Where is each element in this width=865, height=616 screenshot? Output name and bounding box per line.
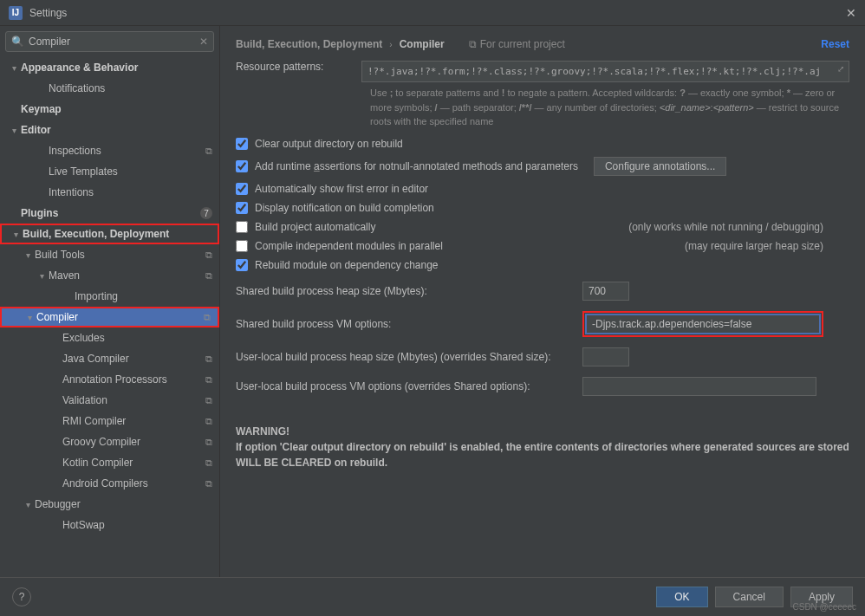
resource-patterns-label: Resource patterns: — [236, 61, 361, 73]
window-title: Settings — [29, 7, 846, 19]
tree-item-label: Annotation Processors — [62, 373, 205, 386]
sidebar: 🔍 ✕ ▾Appearance & BehaviorNotificationsK… — [0, 26, 220, 577]
show-first-error-label: Automatically show first error in editor — [255, 183, 428, 195]
compile-parallel-aside: (may require larger heap size) — [685, 240, 823, 252]
tree-item-label: Intentions — [49, 186, 219, 198]
titlebar: IJ Settings ✕ — [0, 0, 865, 26]
breadcrumb-parent[interactable]: Build, Execution, Deployment — [236, 38, 382, 50]
breadcrumb-current: Compiler — [400, 38, 445, 50]
rebuild-dep-checkbox[interactable] — [236, 259, 248, 271]
chevron-right-icon: › — [389, 40, 392, 49]
tree-item-notifications[interactable]: Notifications — [0, 78, 219, 99]
display-notification-checkbox[interactable] — [236, 202, 248, 214]
ok-button[interactable]: OK — [656, 587, 707, 607]
search-input[interactable] — [5, 31, 214, 52]
tree-item-maven[interactable]: ▾Maven⧉ — [0, 265, 219, 286]
build-auto-checkbox[interactable] — [236, 221, 248, 233]
tree-item-hotswap[interactable]: HotSwap — [0, 515, 219, 535]
help-button[interactable]: ? — [12, 587, 31, 606]
tree-item-kotlin-compiler[interactable]: Kotlin Compiler⧉ — [0, 452, 219, 473]
tree-item-android-compilers[interactable]: Android Compilers⧉ — [0, 473, 219, 494]
cancel-button[interactable]: Cancel — [715, 587, 784, 607]
build-auto-label: Build project automatically — [255, 221, 375, 233]
expand-icon[interactable]: ⤢ — [837, 64, 844, 74]
tree-item-label: Keymap — [21, 103, 219, 115]
tree-item-excludes[interactable]: Excludes — [0, 327, 219, 348]
tree-item-label: HotSwap — [62, 519, 219, 531]
tree-item-label: Inspections — [49, 145, 205, 157]
tree-item-label: Build Tools — [35, 249, 205, 261]
tree-item-label: Groovy Compiler — [62, 436, 205, 448]
for-project-label: ⧉ For current project — [469, 38, 565, 50]
tree-item-java-compiler[interactable]: Java Compiler⧉ — [0, 348, 219, 369]
runtime-assertions-label: Add runtime assertions for notnull-annot… — [255, 160, 578, 172]
copy-icon: ⧉ — [205, 416, 212, 427]
tree-item-compiler[interactable]: ▾Compiler⧉ — [0, 307, 219, 327]
tree-item-annotation-processors[interactable]: Annotation Processors⧉ — [0, 369, 219, 390]
chevron-icon: ▾ — [21, 500, 35, 509]
warning-text: WARNING! If option 'Clear output directo… — [236, 424, 849, 470]
chevron-icon: ▾ — [9, 230, 23, 239]
tree-item-label: Maven — [49, 269, 205, 282]
tree-item-appearance-behavior[interactable]: ▾Appearance & Behavior — [0, 57, 219, 78]
user-heap-input[interactable] — [582, 347, 629, 366]
shared-heap-input[interactable] — [582, 282, 629, 301]
copy-icon: ⧉ — [205, 457, 212, 469]
search-icon: 🔍 — [11, 36, 24, 48]
copy-icon: ⧉ — [205, 146, 212, 157]
tree-item-build-tools[interactable]: ▾Build Tools⧉ — [0, 244, 219, 265]
copy-icon: ⧉ — [205, 374, 212, 386]
reset-link[interactable]: Reset — [821, 38, 849, 50]
tree-item-intentions[interactable]: Intentions — [0, 182, 219, 203]
tree-item-rmi-compiler[interactable]: RMI Compiler⧉ — [0, 411, 219, 431]
chevron-icon: ▾ — [7, 126, 21, 135]
tree-item-plugins[interactable]: Plugins7 — [0, 203, 219, 224]
tree-item-label: Importing — [75, 290, 219, 302]
tree-item-label: Excludes — [62, 332, 219, 344]
tree-item-label: Appearance & Behavior — [21, 62, 219, 74]
shared-heap-label: Shared build process heap size (Mbytes): — [236, 285, 582, 297]
tree-item-keymap[interactable]: Keymap — [0, 99, 219, 120]
highlight-box — [582, 311, 823, 337]
tree-item-label: Build, Execution, Deployment — [23, 228, 218, 240]
tree-item-label: Debugger — [35, 498, 219, 510]
tree-item-label: RMI Compiler — [62, 415, 205, 427]
copy-icon: ⧉ — [469, 38, 477, 50]
tree-item-importing[interactable]: Importing — [0, 286, 219, 307]
display-notification-label: Display notification on build completion — [255, 202, 434, 214]
app-icon: IJ — [9, 6, 23, 20]
shared-vm-label: Shared build process VM options: — [236, 318, 582, 330]
tree-item-inspections[interactable]: Inspections⧉ — [0, 140, 219, 161]
tree-item-debugger[interactable]: ▾Debugger — [0, 494, 219, 515]
rebuild-dep-label: Rebuild module on dependency change — [255, 259, 439, 271]
chevron-icon: ▾ — [23, 313, 36, 322]
user-vm-input[interactable] — [582, 377, 816, 396]
resource-patterns-input[interactable] — [361, 61, 849, 82]
copy-icon: ⧉ — [205, 270, 212, 282]
sidebar-search: 🔍 ✕ — [5, 31, 214, 52]
runtime-assertions-checkbox[interactable] — [236, 160, 248, 172]
tree-item-editor[interactable]: ▾Editor — [0, 120, 219, 140]
tree-item-validation[interactable]: Validation⧉ — [0, 390, 219, 411]
compile-parallel-checkbox[interactable] — [236, 240, 248, 252]
tree-item-label: Java Compiler — [62, 353, 205, 365]
user-heap-label: User-local build process heap size (Mbyt… — [236, 351, 582, 363]
user-vm-label: User-local build process VM options (ove… — [236, 380, 582, 392]
show-first-error-checkbox[interactable] — [236, 183, 248, 195]
shared-vm-input[interactable] — [586, 314, 820, 334]
tree-item-groovy-compiler[interactable]: Groovy Compiler⧉ — [0, 431, 219, 452]
configure-annotations-button[interactable]: Configure annotations... — [594, 157, 726, 176]
dialog-footer: ? OK Cancel Apply — [0, 577, 865, 616]
tree-item-build-execution-deployment[interactable]: ▾Build, Execution, Deployment — [0, 224, 219, 244]
tree-item-label: Editor — [21, 124, 219, 136]
clear-search-icon[interactable]: ✕ — [199, 36, 208, 48]
content-pane: Build, Execution, Deployment › Compiler … — [220, 26, 865, 577]
copy-icon: ⧉ — [205, 478, 212, 490]
tree-item-label: Plugins — [21, 207, 200, 219]
copy-icon: ⧉ — [204, 312, 211, 323]
tree-item-live-templates[interactable]: Live Templates — [0, 161, 219, 182]
clear-output-checkbox[interactable] — [236, 138, 248, 150]
compile-parallel-label: Compile independent modules in parallel — [255, 240, 443, 252]
badge: 7 — [200, 207, 212, 219]
close-icon[interactable]: ✕ — [846, 6, 856, 20]
